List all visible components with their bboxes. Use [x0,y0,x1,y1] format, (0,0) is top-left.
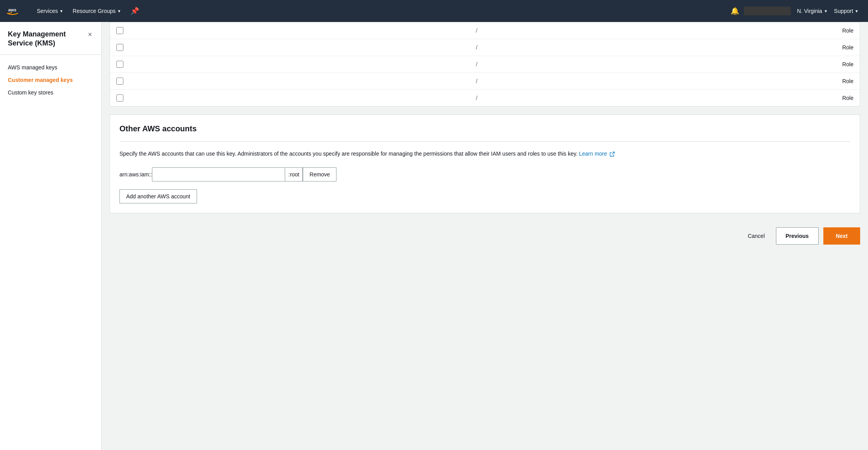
external-link-icon [609,151,615,157]
previous-button[interactable]: Previous [776,227,819,245]
table-row: / Role [110,39,860,56]
account-box [744,7,791,15]
table-row: / Role [110,90,860,106]
row-2-type: Role [830,44,854,51]
resource-groups-chevron-icon: ▼ [117,9,121,13]
arn-row: arn:aws:iam:: :root Remove [119,167,850,181]
cancel-button[interactable]: Cancel [741,229,771,243]
sidebar-title: Key Management Service (KMS) [8,30,86,48]
row-2-checkbox[interactable] [116,44,123,51]
row-1-type: Role [830,27,854,34]
sidebar-item-customer-managed-keys[interactable]: Customer managed keys [0,74,101,86]
remove-account-button[interactable]: Remove [303,167,336,181]
sidebar-header: Key Management Service (KMS) × [0,30,101,55]
row-4-type: Role [830,78,854,84]
table-row: / Role [110,22,860,39]
sidebar-item-custom-key-stores[interactable]: Custom key stores [0,86,101,99]
table-row: / Role [110,73,860,90]
top-nav: aws Services ▼ Resource Groups ▼ 📌 🔔 N. … [0,0,868,22]
sidebar: Key Management Service (KMS) × AWS manag… [0,22,102,450]
notification-bell-icon[interactable]: 🔔 [726,4,744,18]
aws-logo[interactable]: aws [6,5,26,17]
table-section: / Role / Role / Role / Role / Role [110,22,860,107]
accounts-description: Specify the AWS accounts that can use th… [119,149,850,158]
row-5-slash: / [130,95,824,101]
learn-more-link[interactable]: Learn more [579,151,615,157]
next-button[interactable]: Next [823,227,860,245]
services-chevron-icon: ▼ [60,9,63,13]
main-content: / Role / Role / Role / Role / Role [102,22,868,450]
row-4-slash: / [130,78,824,84]
nav-resource-groups[interactable]: Resource Groups ▼ [68,5,126,17]
nav-pin-icon[interactable]: 📌 [126,4,144,18]
row-3-checkbox[interactable] [116,61,123,68]
table-row: / Role [110,56,860,73]
footer-buttons: Cancel Previous Next [102,221,868,251]
row-1-slash: / [130,27,824,34]
nav-support[interactable]: Support ▼ [831,5,862,17]
row-5-type: Role [830,95,854,101]
add-account-button[interactable]: Add another AWS account [119,189,197,203]
accounts-divider [119,141,850,142]
arn-suffix-label: :root [285,167,303,181]
row-4-checkbox[interactable] [116,78,123,85]
page-layout: Key Management Service (KMS) × AWS manag… [0,22,868,450]
sidebar-close-button[interactable]: × [86,30,94,40]
row-3-type: Role [830,61,854,67]
arn-account-input[interactable] [152,167,285,181]
row-3-slash: / [130,61,824,67]
region-chevron-icon: ▼ [824,9,828,13]
arn-prefix-label: arn:aws:iam:: [119,171,152,178]
nav-region[interactable]: N. Virginia ▼ [794,5,831,17]
support-chevron-icon: ▼ [855,9,859,13]
nav-services[interactable]: Services ▼ [32,5,68,17]
row-2-slash: / [130,44,824,51]
svg-text:aws: aws [8,7,16,12]
accounts-section: Other AWS accounts Specify the AWS accou… [110,114,860,213]
accounts-title: Other AWS accounts [119,124,850,133]
sidebar-item-aws-managed-keys[interactable]: AWS managed keys [0,61,101,74]
row-5-checkbox[interactable] [116,94,123,102]
row-1-checkbox[interactable] [116,27,123,34]
